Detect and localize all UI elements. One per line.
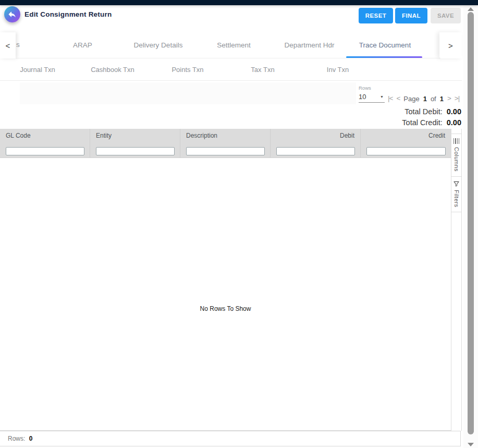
last-page-button[interactable]: >| [455,93,459,104]
tab-arap[interactable]: ARAP [45,32,120,58]
filter-cell-entity [90,143,180,158]
active-tab-underline [346,56,422,58]
column-header-credit[interactable]: Credit [361,129,451,143]
subtab-bar: Journal Txn Cashbook Txn Points Txn Tax … [0,58,462,81]
filter-input-entity[interactable] [96,147,175,155]
edit-consignment-return-screen: Edit Consignment Return RESET FINAL SAVE… [0,0,478,448]
tab-delivery-details[interactable]: Delivery Details [120,32,196,58]
rows-per-page-select[interactable]: 10 ▼ [359,92,385,103]
filter-cell-debit [271,143,361,158]
column-header-gl-code[interactable]: GL Code [0,129,90,143]
clipped-tab-fragment[interactable]: s [16,41,22,49]
top-navy-bar [0,0,478,5]
tabs-scroll-right-button[interactable]: > [439,32,462,58]
final-button[interactable]: FINAL [395,8,427,23]
grid-side-panel: Columns Filters [451,129,462,431]
totals-block: Total Debit: 0.00 Total Credit: 0.00 [402,106,461,128]
filter-cell-gl-code [0,143,90,158]
pagination: |< < Page 1 of 1 > >| [388,93,459,104]
back-arrow-icon [8,10,17,19]
tab-trace-document[interactable]: Trace Document [347,32,423,58]
total-pages-number: 1 [440,95,444,103]
subtab-tax-txn[interactable]: Tax Txn [225,58,300,81]
transactions-grid: GL Code Entity Description Debit Credit … [0,129,451,431]
vertical-scrollbar [463,5,478,448]
filter-cell-description [180,143,271,158]
tabs-scroll-left-button[interactable]: < [0,32,16,58]
chevron-right-icon: > [448,41,453,50]
column-header-entity[interactable]: Entity [90,129,180,143]
tab-strip: ARAP Delivery Details Settlement Departm… [45,32,423,58]
tab-settlement[interactable]: Settlement [196,32,272,58]
filter-input-description[interactable] [186,147,265,155]
grid-status-bar: Rows: 0 [0,431,461,446]
scrollbar-down-arrow-icon[interactable] [468,443,474,446]
side-tab-filters-label: Filters [454,190,460,207]
total-credit: Total Credit: 0.00 [402,117,461,128]
total-credit-value: 0.00 [447,118,461,127]
filter-input-debit[interactable] [276,147,355,155]
subtab-cashbook-txn[interactable]: Cashbook Txn [75,58,150,81]
side-tab-columns[interactable]: Columns [451,134,461,177]
grid-header-row: GL Code Entity Description Debit Credit [0,129,451,143]
previous-page-button[interactable]: < [396,93,400,104]
row-count-value: 0 [29,435,33,442]
total-debit-value: 0.00 [447,107,461,116]
save-button[interactable]: SAVE [431,8,461,23]
subtab-points-txn[interactable]: Points Txn [150,58,225,81]
grid-filter-row [0,143,451,158]
scrollbar-up-arrow-icon[interactable] [468,7,474,11]
subtab-inv-txn[interactable]: Inv Txn [300,58,375,81]
chevron-left-icon: < [6,41,10,50]
filter-input-gl-code[interactable] [6,147,84,155]
no-rows-overlay: No Rows To Show [0,305,451,312]
filter-funnel-icon [454,181,459,187]
page-label: Page [403,95,419,103]
page-title: Edit Consignment Return [24,10,112,18]
rows-per-page-value: 10 [359,93,366,101]
total-debit: Total Debit: 0.00 [402,106,461,117]
scrollbar-thumb[interactable] [468,12,474,434]
subtab-journal-txn[interactable]: Journal Txn [0,58,75,81]
next-page-button[interactable]: > [447,93,451,104]
side-tab-filters[interactable]: Filters [451,177,461,212]
total-debit-label: Total Debit: [405,107,443,116]
of-label: of [431,95,436,103]
first-page-button[interactable]: |< [388,93,393,104]
filter-cell-credit [361,143,451,158]
toolbar-background [20,82,356,104]
total-credit-label: Total Credit: [402,118,442,127]
side-tab-columns-label: Columns [454,147,460,172]
grid-body: No Rows To Show [0,158,451,430]
column-header-debit[interactable]: Debit [271,129,361,143]
rows-per-page-label: Rows [359,85,371,91]
row-count-label: Rows: [8,435,25,442]
tab-department-hdr[interactable]: Department Hdr [272,32,347,58]
columns-icon [454,138,459,144]
back-button[interactable] [4,6,20,22]
current-page-number: 1 [423,95,427,103]
filter-input-credit[interactable] [366,147,446,155]
column-header-description[interactable]: Description [180,129,271,143]
dropdown-caret-icon: ▼ [380,95,384,99]
reset-button[interactable]: RESET [359,8,393,23]
